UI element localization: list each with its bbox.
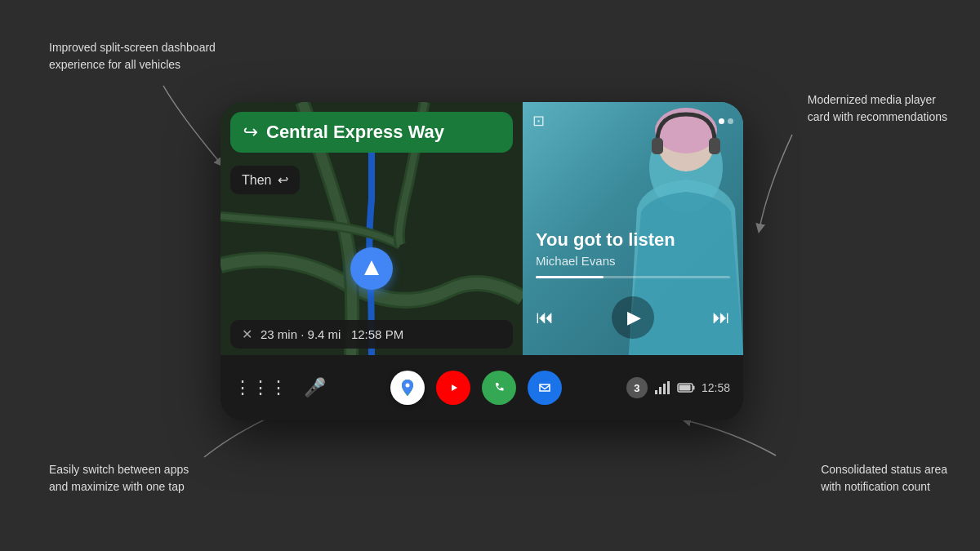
device-screen: ↩ Central Express Way Then ↩ ✕ 23 min · …	[220, 102, 743, 420]
messages-app-icon[interactable]	[528, 371, 562, 405]
eta-bar: ✕ 23 min · 9.4 mi 12:58 PM	[230, 320, 513, 349]
skip-forward-button[interactable]: ⏭	[712, 307, 730, 328]
split-screen: ↩ Central Express Way Then ↩ ✕ 23 min · …	[220, 102, 743, 355]
microphone-icon[interactable]: 🎤	[304, 377, 326, 398]
svg-rect-19	[679, 385, 690, 391]
play-icon: ▶	[627, 307, 641, 328]
taskbar-left: ⋮⋮⋮ 🎤	[234, 377, 326, 398]
youtube-app-icon[interactable]	[436, 371, 470, 405]
svg-rect-16	[667, 381, 670, 394]
phone-app-icon[interactable]	[482, 371, 516, 405]
taskbar-center	[326, 371, 626, 405]
signal-icon	[654, 380, 670, 395]
svg-rect-5	[709, 138, 720, 154]
svg-rect-18	[693, 386, 694, 390]
song-title: You got to listen	[536, 229, 730, 251]
close-route-button[interactable]: ✕	[242, 327, 252, 342]
nav-pointer	[350, 247, 393, 290]
maps-app-icon[interactable]	[390, 371, 425, 405]
skip-back-button[interactable]: ⏮	[536, 307, 554, 328]
dot-inactive	[728, 118, 733, 124]
svg-point-12	[536, 379, 554, 397]
nav-then-indicator: Then ↩	[230, 166, 300, 194]
media-info: You got to listen Michael Evans	[536, 229, 730, 290]
eta-info: 23 min · 9.4 mi 12:58 PM	[261, 327, 403, 341]
annotation-bottom-right: Consolidated status area with notificati…	[821, 461, 947, 495]
taskbar-right: 3 12:58	[626, 377, 730, 398]
cast-icon[interactable]: ⊡	[532, 112, 545, 130]
annotation-top-left: Improved split-screen dashboard experien…	[49, 39, 216, 73]
apps-grid-icon[interactable]: ⋮⋮⋮	[234, 377, 287, 398]
progress-fill	[536, 276, 604, 278]
pointer-arrow	[364, 260, 379, 275]
artist-name: Michael Evans	[536, 254, 730, 268]
svg-rect-13	[655, 390, 657, 394]
page-indicators	[719, 118, 733, 124]
dot-active	[719, 118, 724, 124]
svg-rect-14	[659, 387, 662, 394]
svg-rect-15	[663, 384, 666, 394]
taskbar: ⋮⋮⋮ 🎤	[220, 355, 743, 420]
turn-left-icon: ↩	[243, 122, 258, 143]
annotation-top-right: Modernized media player card with recomm…	[808, 91, 947, 126]
clock: 12:58	[702, 381, 730, 394]
battery-icon	[677, 382, 695, 393]
annotation-bottom-left: Easily switch between apps and maximize …	[49, 461, 189, 495]
svg-point-8	[405, 384, 409, 388]
media-top-bar: ⊡	[532, 112, 733, 130]
svg-rect-4	[652, 138, 663, 154]
media-controls: ⏮ ▶ ⏭	[536, 296, 730, 339]
media-panel: ⊡ You got to listen Michael Evans ⏮ ▶	[523, 102, 743, 355]
nav-direction-header[interactable]: ↩ Central Express Way	[230, 112, 513, 153]
then-label: Then	[242, 173, 271, 188]
pointer-circle	[350, 247, 393, 290]
play-button[interactable]: ▶	[612, 296, 654, 339]
navigation-panel: ↩ Central Express Way Then ↩ ✕ 23 min · …	[220, 102, 523, 355]
notification-count[interactable]: 3	[626, 377, 648, 398]
progress-bar[interactable]	[536, 276, 730, 278]
svg-point-11	[490, 379, 508, 397]
then-arrow-icon: ↩	[278, 172, 288, 188]
street-name: Central Express Way	[266, 122, 444, 143]
